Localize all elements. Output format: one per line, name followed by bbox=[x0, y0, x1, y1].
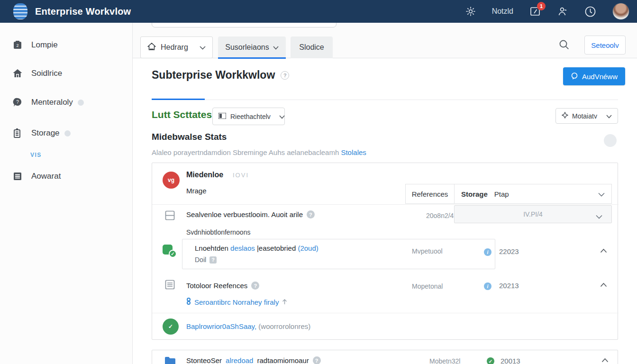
clipboard-icon: 2 bbox=[12, 40, 23, 50]
column-header-storage[interactable]: Storage Ptap bbox=[454, 184, 612, 204]
ptap-header-label: Ptap bbox=[494, 190, 509, 198]
endpoint-subrow[interactable]: Lnoehtden deslaos |easetobried (2oud) Do… bbox=[182, 239, 495, 269]
help-icon[interactable]: ? bbox=[307, 210, 315, 218]
top-navbar: Enterprise Workvlow Notzld 1 bbox=[0, 0, 637, 23]
sort-dropdown-label: Motaiatv bbox=[572, 112, 597, 120]
stats-title: Midebwalse Stats bbox=[152, 132, 227, 142]
references-title-text: Totoloor Reefences bbox=[186, 282, 247, 290]
stats-description: Alaleo porayertndamdion Sbreminge Auhs a… bbox=[152, 148, 366, 156]
deploy-row: Baplrowrior0aShSaay, (woorrorolonres) bbox=[186, 322, 310, 330]
collapse-icon[interactable] bbox=[601, 358, 609, 363]
storage-row-title: StonteoSer alredoad radtaomiomoaur ? bbox=[186, 356, 321, 364]
endpoint-link2[interactable]: (2oud) bbox=[298, 244, 318, 252]
app-logo-icon[interactable] bbox=[13, 3, 27, 19]
gear-icon[interactable] bbox=[465, 6, 476, 17]
messages-icon[interactable]: 1 bbox=[529, 6, 541, 17]
tab-label: Hedrarg bbox=[161, 43, 188, 52]
help-icon[interactable]: ? bbox=[251, 282, 259, 290]
help-icon[interactable]: ? bbox=[209, 256, 217, 264]
references-row-title: Totoloor Reefences ? bbox=[186, 282, 259, 290]
storage-value: 20013 bbox=[500, 357, 520, 364]
home-outline-icon bbox=[147, 43, 156, 52]
chevron-down-icon bbox=[279, 113, 285, 120]
service-name: Miedenloe bbox=[186, 171, 223, 179]
storage-text2: radtaomiomoaur bbox=[257, 356, 309, 364]
help-icon[interactable]: ? bbox=[281, 71, 289, 80]
storage-link[interactable]: alredoad bbox=[226, 356, 253, 364]
diamond-icon bbox=[562, 112, 568, 120]
app-root: Enterprise Workvlow Notzld 1 bbox=[0, 0, 637, 364]
chat-bubble-icon: ? bbox=[12, 97, 23, 108]
row-separator bbox=[152, 313, 619, 313]
sort-dropdown[interactable]: Motaiatv bbox=[555, 108, 618, 124]
tab-slice[interactable]: Slodice bbox=[291, 36, 333, 58]
user-icon[interactable] bbox=[557, 6, 568, 17]
page-title: Subterprise Workkwlow ? bbox=[152, 69, 289, 82]
svg-text:2: 2 bbox=[16, 43, 18, 48]
collapse-icon[interactable] bbox=[600, 282, 607, 287]
nav-menu-label[interactable]: Notzld bbox=[492, 7, 513, 16]
sidebar-subitem-vis[interactable]: VIS bbox=[30, 152, 42, 158]
deploy-check-icon: ✓ bbox=[163, 318, 179, 335]
storage-select[interactable]: IV.PI/4 bbox=[454, 205, 612, 223]
chat-q-icon bbox=[571, 72, 578, 81]
help-icon[interactable]: ? bbox=[313, 356, 321, 364]
service-tag: IOVI bbox=[233, 172, 249, 179]
chevron-down-icon bbox=[598, 190, 605, 198]
stats-card: vg Miedenloe IOVI Mrage References Stora… bbox=[152, 163, 618, 340]
storage-select-value: IV.PI/4 bbox=[523, 210, 543, 218]
page-title-text: Subterprise Workkwlow bbox=[152, 69, 275, 82]
audit-references-value: 20o8n2/4 bbox=[426, 212, 454, 219]
tray-icon bbox=[165, 210, 175, 222]
service-subtitle: Mrage bbox=[186, 187, 207, 195]
view-dropdown[interactable]: Rieethachtelv bbox=[212, 108, 285, 125]
info-icon[interactable]: i bbox=[484, 248, 491, 256]
settings-button[interactable]: Seteoolv bbox=[584, 36, 626, 55]
sidebar-item-home[interactable]: Soidlrice bbox=[0, 64, 133, 83]
scroll-float-icon[interactable] bbox=[604, 134, 617, 147]
chevron-down-icon bbox=[200, 43, 206, 52]
endpoint-text2: |easetobried bbox=[257, 244, 296, 252]
notification-badge: 1 bbox=[537, 2, 546, 10]
clock-icon[interactable] bbox=[584, 6, 596, 18]
stats-desc-text: Alaleo porayertndamdion Sbreminge Auhs a… bbox=[152, 148, 339, 156]
storage-text1: StonteoSer bbox=[186, 356, 222, 364]
group-label: Svdnhiobtlonfernoons bbox=[186, 228, 250, 236]
storage-status: Mobetn32l bbox=[429, 357, 460, 364]
sidebar-item-label: Lompie bbox=[31, 40, 58, 50]
endpoint-link1[interactable]: deslaos bbox=[230, 244, 255, 252]
list-lines-icon bbox=[165, 280, 175, 291]
divider bbox=[152, 100, 618, 100]
sidebar-item-compute[interactable]: 2 Lompie bbox=[0, 36, 133, 55]
user-avatar[interactable] bbox=[612, 3, 629, 20]
list-icon bbox=[12, 171, 23, 182]
sidebar-item-label: Soidlrice bbox=[31, 69, 62, 78]
column-header-references: References bbox=[405, 184, 455, 204]
references-link[interactable]: Seroantibrc Norrahey firaly bbox=[186, 298, 287, 306]
sidebar-item-archive[interactable]: Aowarat bbox=[0, 167, 133, 186]
sidebar-item-label: Menteraloly bbox=[31, 98, 73, 107]
overview-button[interactable]: AudVnéww bbox=[563, 67, 625, 85]
view-dropdown-label: Rieethachtelv bbox=[230, 113, 271, 120]
deploy-link[interactable]: Baplrowrior0aShSaay, bbox=[186, 322, 256, 330]
active-tab-indicator bbox=[218, 57, 286, 59]
sidebar-item-mentor[interactable]: ? Menteraloly bbox=[0, 93, 133, 112]
sidebar-item-label: Storage bbox=[31, 128, 60, 138]
status-dot-icon bbox=[64, 130, 71, 136]
search-icon[interactable] bbox=[558, 39, 570, 53]
grid-icon bbox=[218, 113, 226, 120]
info-icon[interactable]: i bbox=[484, 282, 491, 290]
tab-subscriptions[interactable]: Susorleiaons bbox=[218, 36, 286, 58]
collapse-icon[interactable] bbox=[600, 248, 607, 253]
tab-strip: Hedrarg Susorleiaons Slodice Seteoolv bbox=[133, 23, 637, 58]
stats-link[interactable]: Stolales bbox=[341, 148, 366, 156]
endpoint-status: Mvpetuool bbox=[412, 247, 443, 255]
endpoint-text1: Lnoehtden bbox=[195, 244, 228, 252]
deploy-note: (woorrorolonres) bbox=[258, 322, 310, 330]
home-icon bbox=[12, 68, 23, 79]
section-title: Lutt Scttates bbox=[152, 109, 212, 120]
sidebar: 2 Lompie Soidlrice ? Menteraloly Storage… bbox=[0, 23, 133, 364]
chevron-down-icon bbox=[596, 213, 602, 220]
sidebar-item-storage[interactable]: Storage bbox=[0, 124, 133, 143]
tab-project-selector[interactable]: Hedrarg bbox=[140, 36, 213, 58]
